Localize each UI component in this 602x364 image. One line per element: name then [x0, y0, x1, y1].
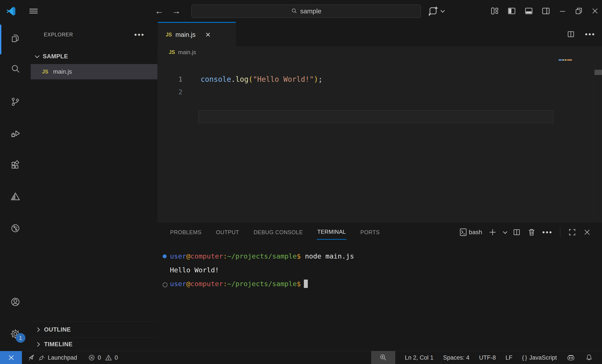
- git-graph-icon: [10, 223, 21, 234]
- file-item-mainjs[interactable]: JS main.js: [31, 64, 157, 79]
- folder-section-sample[interactable]: SAMPLE: [31, 49, 157, 64]
- vscode-logo-icon: [6, 6, 16, 16]
- search-value: sample: [300, 8, 321, 15]
- terminal-line-2: Hello World!: [170, 263, 219, 277]
- code-line-2: 2: [157, 86, 602, 98]
- files-icon: [10, 33, 21, 44]
- close-tab-icon[interactable]: ✕: [205, 31, 211, 39]
- shell-selector[interactable]: bash: [459, 228, 482, 236]
- copilot-status-icon[interactable]: [567, 353, 575, 362]
- explorer-sidebar: EXPLORER ••• SAMPLE JS main.js OUTLINE T…: [31, 22, 158, 351]
- sidebar-item-search[interactable]: [0, 58, 31, 80]
- toggle-panel-icon[interactable]: [524, 6, 534, 16]
- language-mode[interactable]: { } JavaScript: [522, 354, 557, 361]
- timeline-section[interactable]: TIMELINE: [31, 337, 157, 351]
- chevron-down-icon: [35, 53, 40, 58]
- settings-badge: 1: [16, 333, 25, 343]
- tab-mainjs[interactable]: JS main.js ✕: [158, 22, 236, 46]
- eol-sequence[interactable]: LF: [505, 354, 513, 361]
- outline-label: OUTLINE: [44, 326, 71, 333]
- sidebar-item-source-control[interactable]: [0, 91, 31, 113]
- customize-layout-icon[interactable]: [490, 6, 499, 16]
- encoding[interactable]: UTF-8: [479, 354, 496, 361]
- js-file-icon: JS: [166, 32, 172, 38]
- explorer-more-actions-icon[interactable]: •••: [134, 32, 145, 37]
- search-icon: [10, 64, 21, 74]
- notifications-bell-icon[interactable]: [585, 353, 593, 362]
- bottom-panel: PROBLEMS OUTPUT DEBUG CONSOLE TERMINAL P…: [157, 222, 602, 351]
- sidebar-item-git-graph-extension[interactable]: [0, 217, 31, 239]
- command-success-decoration[interactable]: [163, 254, 167, 258]
- prism-icon: [10, 191, 21, 202]
- launchpad-label: Launchpad: [48, 354, 77, 361]
- file-name: main.js: [53, 68, 72, 75]
- source-control-icon: [10, 96, 21, 107]
- tab-output[interactable]: OUTPUT: [215, 225, 240, 239]
- editor-tab-bar: JS main.js ✕ •••: [157, 22, 602, 47]
- minimap[interactable]: [559, 59, 572, 61]
- activity-bar: 1: [0, 22, 31, 351]
- sidebar-item-prism-extension[interactable]: [0, 185, 31, 207]
- terminal-dropdown-chevron-icon[interactable]: [503, 230, 507, 234]
- terminal-line-3: user@computer:~/projects/sample$: [170, 277, 308, 291]
- problems-status-item[interactable]: 0 0: [88, 354, 118, 362]
- zoom-status-button[interactable]: [371, 351, 395, 364]
- tab-ports[interactable]: PORTS: [360, 225, 380, 239]
- outline-section[interactable]: OUTLINE: [31, 321, 157, 337]
- sidebar-item-extensions[interactable]: [0, 154, 31, 176]
- tab-problems[interactable]: PROBLEMS: [170, 225, 202, 239]
- close-window-icon[interactable]: [591, 7, 599, 15]
- terminal-line-1: user@computer:~/projects/sample$ node ma…: [170, 249, 354, 263]
- current-line-highlight: [198, 110, 554, 123]
- run-debug-icon: [10, 128, 21, 139]
- close-panel-icon[interactable]: [583, 228, 591, 236]
- menu-icon[interactable]: [29, 8, 38, 15]
- accounts-button[interactable]: [0, 291, 31, 313]
- explorer-title: EXPLORER: [44, 32, 73, 38]
- shell-name: bash: [469, 229, 482, 236]
- error-count: 0: [98, 354, 101, 361]
- settings-button[interactable]: 1: [0, 323, 31, 345]
- split-editor-icon[interactable]: [567, 30, 575, 39]
- sidebar-item-explorer[interactable]: [0, 27, 31, 49]
- launchpad-status-item[interactable]: Launchpad: [28, 354, 77, 362]
- search-icon: [291, 8, 298, 14]
- chevron-right-icon: [35, 327, 40, 332]
- terminal-icon: [459, 228, 468, 236]
- toolbar-separator: [560, 227, 560, 237]
- maximize-panel-icon[interactable]: [568, 228, 577, 236]
- tab-label: main.js: [175, 31, 195, 38]
- toggle-sidebar-icon[interactable]: [507, 6, 516, 16]
- minimize-icon[interactable]: [558, 7, 567, 15]
- title-bar: ← → sample: [0, 0, 602, 22]
- terminal[interactable]: user@computer:~/projects/sample$ node ma…: [157, 242, 602, 351]
- tab-debug-console[interactable]: DEBUG CONSOLE: [253, 225, 303, 239]
- account-icon: [10, 297, 21, 307]
- breadcrumb[interactable]: JS main.js: [169, 46, 196, 58]
- code-editor[interactable]: 1 console.log("Hello World!"); 2: [157, 59, 602, 222]
- terminal-more-actions-icon[interactable]: •••: [542, 230, 553, 235]
- remote-indicator[interactable]: [0, 351, 22, 364]
- command-center-search[interactable]: sample: [191, 5, 421, 18]
- cursor-position[interactable]: Ln 2, Col 1: [405, 354, 434, 361]
- sidebar-item-run-debug[interactable]: [0, 123, 31, 145]
- copilot-button[interactable]: [428, 0, 444, 22]
- go-forward-arrow[interactable]: →: [172, 0, 181, 22]
- kill-terminal-icon[interactable]: [527, 228, 536, 236]
- command-pending-decoration[interactable]: [163, 282, 168, 287]
- editor-group: JS main.js ✕ ••• JS main.js 1 console.lo…: [157, 22, 602, 351]
- warning-triangle-icon: [105, 354, 112, 362]
- restore-window-icon[interactable]: [574, 7, 583, 15]
- scrollbar-thumb[interactable]: [594, 70, 602, 75]
- tab-terminal[interactable]: TERMINAL: [317, 225, 346, 240]
- window-controls: [490, 0, 599, 22]
- indentation[interactable]: Spaces: 4: [443, 354, 469, 361]
- js-file-icon: JS: [169, 49, 175, 55]
- editor-more-actions-icon[interactable]: •••: [585, 32, 595, 36]
- toggle-secondary-sidebar-icon[interactable]: [541, 6, 551, 16]
- warning-count: 0: [115, 354, 118, 361]
- scrollbar-track: [594, 59, 594, 222]
- new-terminal-icon[interactable]: [488, 228, 497, 236]
- go-back-arrow[interactable]: ←: [155, 0, 163, 22]
- split-terminal-icon[interactable]: [512, 228, 521, 236]
